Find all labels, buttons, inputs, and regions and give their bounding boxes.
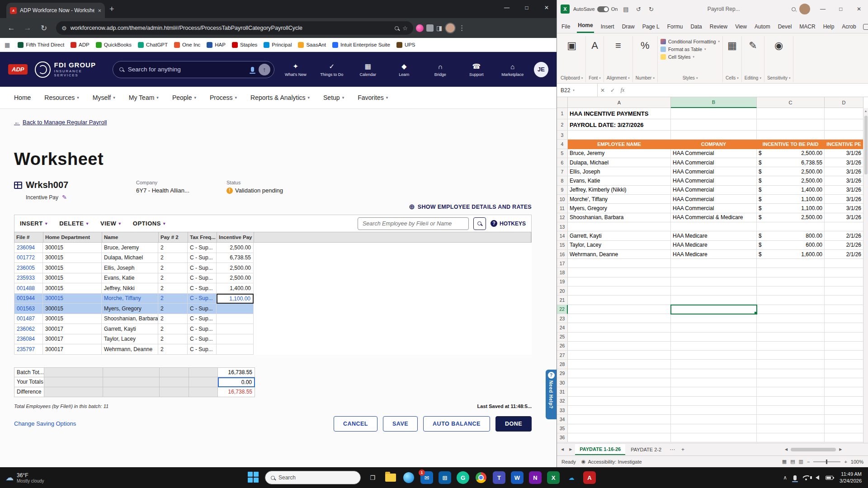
cell-C30[interactable] [757,378,825,387]
cell-D36[interactable] [825,433,863,442]
cell-C8[interactable]: $2,500.00 [757,176,825,185]
insert-menu[interactable]: INSERT▾ [20,220,47,227]
cell-B27[interactable] [671,351,757,360]
need-help-tab[interactable]: ? Need Help? [546,370,557,419]
bookmark-chatgpt[interactable]: ChatGPT [135,41,171,49]
cell-A16[interactable]: Wehrmann, Deanne [568,250,671,259]
cell-C19[interactable] [757,277,825,286]
row-header-23[interactable]: 23 [557,314,568,323]
home-department-cell[interactable]: 300017 [43,324,102,334]
font-icon[interactable]: A [591,40,598,52]
cell-D16[interactable]: 2/1/26 [825,250,863,259]
nav-item-reports-analytics[interactable]: Reports & Analytics▾ [250,94,310,101]
cell-B19[interactable] [671,277,757,286]
tax-freq-cell[interactable]: C - Sup... [188,314,217,324]
options-menu[interactable]: OPTIONS▾ [133,220,166,227]
cell-styles-button[interactable]: Cell Styles▾ [660,54,720,60]
cell-B26[interactable] [671,342,757,351]
column-header-incentive-pay[interactable]: Incentive Pay [217,232,254,242]
incentive-pay-cell[interactable]: 2,500.00 [217,243,254,253]
bookmark-staples[interactable]: Staples [229,41,260,49]
row-header-22[interactable]: 22 [557,305,568,314]
delete-menu[interactable]: DELETE▾ [59,220,89,227]
column-header-A[interactable]: A [568,97,671,108]
pay-number-cell[interactable]: 2 [158,324,188,334]
row-header-21[interactable]: 21 [557,296,568,305]
cell-B29[interactable] [671,369,757,378]
cell-A15[interactable]: Taylor, Lacey [568,241,671,250]
tax-freq-cell[interactable]: C - Sup... [188,273,217,284]
cell-A25[interactable] [568,333,671,342]
fx-icon[interactable]: fx [618,87,627,94]
cell-A28[interactable] [568,360,671,369]
tax-freq-cell[interactable]: C - Sup... [188,294,217,304]
cell-D12[interactable]: 3/1/26 [825,213,863,222]
row-header-13[interactable]: 13 [557,222,568,231]
column-header-home-department[interactable]: Home Department [43,232,102,242]
cell-B28[interactable] [671,360,757,369]
group-label[interactable]: Font▾ [589,75,601,81]
cell-C11[interactable]: $1,100.00 [757,204,825,213]
cell-A5[interactable]: Bruce, Jeremy [568,149,671,158]
cell-B18[interactable] [671,268,757,277]
file-number-cell[interactable]: 236084 [14,334,43,345]
pay-number-cell[interactable]: 2 [158,253,188,263]
cell-B35[interactable] [671,424,757,433]
bookmark-ups[interactable]: UPS [393,41,419,49]
home-department-cell[interactable]: 300015 [43,283,102,294]
group-label[interactable]: Alignment▾ [607,75,630,81]
cell-D29[interactable] [825,369,863,378]
home-department-cell[interactable]: 300015 [43,314,102,324]
tax-freq-cell[interactable]: C - Sup... [188,283,217,294]
totals-value[interactable]: 0.00 [218,377,255,387]
tax-freq-cell[interactable]: C - Sup... [188,324,217,334]
adp-quicklink-what-s-new[interactable]: ✦What's New [282,62,310,77]
pay-number-cell[interactable]: 2 [158,314,188,324]
row-header-10[interactable]: 10 [557,195,568,204]
home-department-cell[interactable]: 300017 [43,344,102,355]
cell-C2[interactable] [757,119,825,131]
cell-A33[interactable] [568,406,671,415]
nav-item-resources[interactable]: Resources▾ [44,94,79,101]
pay-number-cell[interactable]: 2 [158,243,188,253]
row-header-20[interactable]: 20 [557,286,568,296]
cell-D18[interactable] [825,268,863,277]
cell-A30[interactable] [568,378,671,387]
cell-B24[interactable] [671,323,757,332]
cell-C9[interactable]: $1,400.00 [757,186,825,195]
ribbon-tab-insert[interactable]: Insert [600,20,615,33]
employee-search-button[interactable] [473,217,486,230]
excel-maximize-icon[interactable]: □ [832,0,850,18]
number-icon[interactable]: % [641,40,650,52]
tab-close-icon[interactable]: × [98,7,101,14]
browser-profile-avatar[interactable] [445,23,456,33]
view-menu[interactable]: VIEW▾ [100,220,121,227]
cell-C6[interactable]: $6,738.55 [757,158,825,167]
editing-icon[interactable]: ✎ [749,40,757,52]
cell-B22[interactable] [671,305,757,314]
ribbon-tab-draw[interactable]: Draw [621,20,636,33]
acrobat-taskbar-icon[interactable]: A [583,471,596,484]
adp-logo[interactable]: ADP [8,64,28,75]
nav-item-process[interactable]: Process▾ [210,94,237,101]
nav-item-myself[interactable]: Myself▾ [93,94,115,101]
file-number-cell[interactable]: 236062 [14,324,43,334]
employee-search-input[interactable] [358,217,469,230]
row-header-1[interactable]: 1 [557,108,568,119]
home-department-cell[interactable]: 300015 [43,243,102,253]
column-header-name[interactable]: Name [102,232,159,242]
excel-taskbar-icon[interactable]: X [547,471,560,484]
row-header-8[interactable]: 8 [557,176,568,185]
adp-quicklink-calendar[interactable]: ▦Calendar [354,62,382,77]
group-label[interactable]: Styles▾ [683,75,698,81]
cell-C31[interactable] [757,387,825,396]
cell-C23[interactable] [757,314,825,323]
cell-A23[interactable] [568,314,671,323]
cells-icon[interactable]: ▦ [727,40,737,52]
conditional-formatting-button[interactable]: Conditional Formatting▾ [660,39,720,44]
incentive-pay-cell[interactable] [217,324,254,334]
cell-A22[interactable] [568,305,671,314]
cell-B10[interactable]: HAA Commercial [671,195,757,204]
cell-C10[interactable]: $1,100.00 [757,195,825,204]
pay-number-cell[interactable]: 2 [158,344,188,355]
